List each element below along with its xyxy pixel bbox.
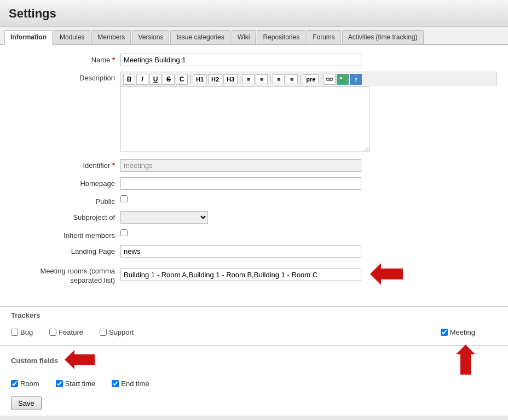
page-header: Settings xyxy=(0,0,508,27)
custom-fields-arrow xyxy=(65,350,95,371)
form-section: Name * Description B I U S C xyxy=(0,45,508,301)
custom-fields-title: Custom fields xyxy=(11,357,58,365)
trackers-title: Trackers xyxy=(11,311,497,319)
meeting-tracker-arrow xyxy=(456,345,475,376)
identifier-input xyxy=(120,159,361,172)
link-button[interactable] xyxy=(324,74,336,85)
custom-field-room-checkbox[interactable] xyxy=(11,380,18,387)
tracker-meeting-label: Meeting xyxy=(450,328,475,336)
custom-field-start-time-label: Start time xyxy=(65,380,96,388)
name-control xyxy=(120,54,497,66)
custom-field-end-time: End time xyxy=(112,380,149,388)
tab-modules[interactable]: Modules xyxy=(54,30,90,44)
subproject-row: Subproject of xyxy=(11,211,497,224)
tab-versions[interactable]: Versions xyxy=(132,30,169,44)
code-button[interactable]: C xyxy=(176,74,188,85)
trackers-section: Trackers xyxy=(0,306,508,319)
underline-button[interactable]: U xyxy=(149,74,161,85)
italic-button[interactable]: I xyxy=(136,74,148,85)
custom-fields-section: Custom fields xyxy=(0,345,508,371)
help-button[interactable]: ? xyxy=(350,74,362,85)
homepage-row: Homepage xyxy=(11,177,497,190)
align-left-button[interactable]: ≡ xyxy=(273,74,285,84)
tracker-meeting: Meeting xyxy=(441,328,497,336)
bold-button[interactable]: B xyxy=(123,74,135,85)
name-label: Name * xyxy=(11,54,120,64)
name-input[interactable] xyxy=(120,54,361,66)
landing-page-label: Landing Page xyxy=(11,245,120,255)
subproject-label: Subproject of xyxy=(11,211,120,221)
trackers-row: Bug Feature Support Meeting xyxy=(0,325,508,340)
h2-button[interactable]: H2 xyxy=(208,74,222,84)
description-textarea[interactable] xyxy=(120,86,370,152)
editor-toolbar: B I U S C H1 H2 H3 ≡ ≡ ≡ ≡ xyxy=(120,72,497,86)
unordered-list-button[interactable]: ≡ xyxy=(243,74,255,84)
tab-activities[interactable]: Activities (time tracking) xyxy=(342,30,424,44)
description-label: Description xyxy=(11,72,120,82)
landing-page-row: Landing Page xyxy=(11,245,497,258)
image-button[interactable] xyxy=(337,74,349,85)
description-control: B I U S C H1 H2 H3 ≡ ≡ ≡ ≡ xyxy=(120,72,497,154)
svg-marker-9 xyxy=(456,345,475,375)
tab-information[interactable]: Information xyxy=(4,30,53,45)
image-icon xyxy=(339,76,347,83)
align-right-button[interactable]: ≡ xyxy=(286,74,298,84)
tab-forums[interactable]: Forums xyxy=(307,30,341,44)
custom-field-end-time-checkbox[interactable] xyxy=(112,380,119,387)
tracker-feature-checkbox[interactable] xyxy=(49,329,56,336)
toolbar-sep-2 xyxy=(240,75,240,84)
h1-button[interactable]: H1 xyxy=(193,74,207,84)
landing-page-control xyxy=(120,245,497,258)
tracker-bug-checkbox[interactable] xyxy=(11,329,18,336)
tab-repositories[interactable]: Repositories xyxy=(257,30,305,44)
custom-field-start-time-checkbox[interactable] xyxy=(56,380,63,387)
identifier-row: Identifier * xyxy=(11,159,497,172)
toolbar-sep-1 xyxy=(190,75,190,84)
custom-field-end-time-label: End time xyxy=(121,380,149,388)
help-icon: ? xyxy=(352,75,360,83)
public-checkbox[interactable] xyxy=(120,195,128,202)
meeting-rooms-row: Meeting rooms (commaseparated list) xyxy=(11,263,497,287)
save-button[interactable]: Save xyxy=(11,396,42,410)
tracker-support-label: Support xyxy=(109,328,134,336)
subproject-select[interactable] xyxy=(120,211,208,224)
link-icon xyxy=(326,75,333,83)
page-title: Settings xyxy=(9,7,499,21)
landing-page-input[interactable] xyxy=(120,245,361,258)
inherit-members-row: Inherit members xyxy=(11,229,497,240)
tabs-bar: Information Modules Members Versions Iss… xyxy=(0,27,508,45)
strikethrough-button[interactable]: S xyxy=(163,74,175,85)
meeting-rooms-input[interactable] xyxy=(120,269,361,281)
meeting-rooms-control xyxy=(120,263,497,287)
public-control xyxy=(120,195,497,204)
tab-issue-categories[interactable]: Issue categories xyxy=(170,30,230,44)
description-row: Description B I U S C H1 H2 H3 ≡ xyxy=(11,72,497,154)
name-row: Name * xyxy=(11,54,497,66)
homepage-control xyxy=(120,177,497,190)
svg-point-3 xyxy=(340,77,342,79)
custom-field-start-time: Start time xyxy=(56,380,96,388)
tab-members[interactable]: Members xyxy=(91,30,131,44)
svg-marker-8 xyxy=(65,350,95,369)
save-section: Save xyxy=(0,391,508,416)
h3-button[interactable]: H3 xyxy=(223,74,238,84)
homepage-input[interactable] xyxy=(120,177,361,190)
subproject-control xyxy=(120,211,497,224)
custom-field-room: Room xyxy=(11,380,39,388)
identifier-control xyxy=(120,159,497,172)
toolbar-sep-3 xyxy=(270,75,270,84)
pre-button[interactable]: pre xyxy=(303,74,319,84)
main-content: Information Modules Members Versions Iss… xyxy=(0,27,508,416)
tracker-support: Support xyxy=(100,328,134,336)
tab-wiki[interactable]: Wiki xyxy=(232,30,256,44)
inherit-members-checkbox[interactable] xyxy=(120,229,128,236)
ordered-list-button[interactable]: ≡ xyxy=(256,74,268,84)
inherit-members-control xyxy=(120,229,497,238)
tracker-meeting-checkbox[interactable] xyxy=(441,329,448,336)
tracker-support-checkbox[interactable] xyxy=(100,329,107,336)
custom-fields-row: Room Start time End time xyxy=(0,376,508,391)
identifier-label: Identifier * xyxy=(11,159,120,170)
custom-field-room-label: Room xyxy=(20,380,39,388)
meeting-rooms-label: Meeting rooms (commaseparated list) xyxy=(11,265,120,285)
public-row: Public xyxy=(11,195,497,206)
